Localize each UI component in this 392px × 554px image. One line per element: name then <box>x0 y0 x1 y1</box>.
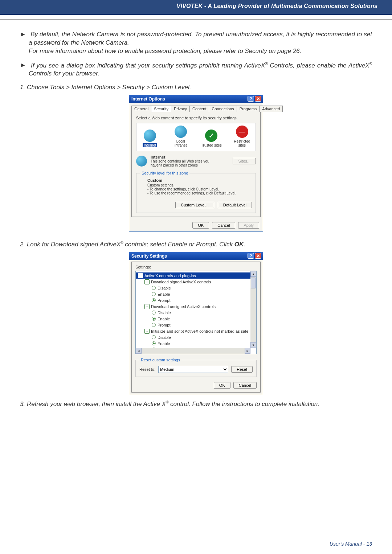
radio-icon <box>152 292 156 296</box>
tree-item-download-signed[interactable]: Download signed ActiveX controls <box>136 279 256 285</box>
radio-disable[interactable]: Disable <box>136 285 256 291</box>
zone-local-label: Local intranet <box>170 139 192 147</box>
tree-item-init-script[interactable]: Initialize and script ActiveX controls n… <box>136 328 256 334</box>
step-3: 3. Refresh your web browser, then instal… <box>20 400 372 408</box>
step-2: 2. Look for Download signed ActiveX® con… <box>20 241 372 248</box>
tree-label: Initialize and script ActiveX controls n… <box>151 329 248 333</box>
zone-trusted-sites[interactable]: Trusted sites <box>201 130 222 147</box>
note-1-line2: For more information about how to enable… <box>29 48 301 54</box>
tab-security[interactable]: Security <box>151 106 171 112</box>
default-level-button[interactable]: Default Level <box>218 202 252 208</box>
radio-icon <box>152 298 156 302</box>
radio-icon <box>152 317 156 321</box>
ok-button[interactable]: OK <box>192 222 209 229</box>
radio-icon <box>152 341 156 345</box>
settings-label: Settings: <box>135 265 257 269</box>
radio-label: Prompt <box>158 298 170 303</box>
ok-button[interactable]: OK <box>214 382 230 389</box>
scroll-thumb[interactable] <box>251 278 256 288</box>
arrow-icon: ► <box>20 61 29 70</box>
tab-content[interactable]: Content <box>189 106 209 112</box>
help-button[interactable]: ? <box>248 253 254 259</box>
dialog-title: Internet Options <box>131 97 165 102</box>
step-2-ok: OK <box>234 241 244 248</box>
gear-icon <box>144 279 150 284</box>
custom-level-button[interactable]: Custom Level... <box>175 202 214 208</box>
tree-label: ActiveX controls and plug-ins <box>144 274 196 278</box>
close-button[interactable]: ✕ <box>255 253 261 259</box>
help-button[interactable]: ? <box>248 96 254 102</box>
dialog-title: Security Settings <box>131 254 167 259</box>
settings-tree[interactable]: ActiveX controls and plug-ins Download s… <box>135 271 257 354</box>
tab-advanced[interactable]: Advanced <box>259 106 283 112</box>
internet-options-dialog: Internet Options ? ✕ General Security Pr… <box>129 95 263 232</box>
registered-mark: ® <box>265 62 268 66</box>
zone-restricted-sites[interactable]: Restricted sites <box>232 126 253 147</box>
radio-prompt[interactable]: Prompt <box>136 297 256 303</box>
security-level-group: Security level for this zone Custom Cust… <box>136 171 256 213</box>
step-2-d: . <box>244 241 245 248</box>
globe-icon <box>144 130 156 142</box>
apply-button[interactable]: Apply <box>238 222 259 229</box>
stop-icon <box>236 126 248 138</box>
page-footer: User's Manual - 13 <box>330 541 372 547</box>
tab-general[interactable]: General <box>131 106 151 112</box>
gear-icon <box>144 304 150 309</box>
tree-item-activex-root[interactable]: ActiveX controls and plug-ins <box>136 272 256 279</box>
radio-label: Enable <box>158 341 170 346</box>
zone-local-intranet[interactable]: Local intranet <box>170 126 192 147</box>
radio-disable[interactable]: Disable <box>136 309 256 316</box>
header-underline <box>0 14 392 15</box>
tab-connections[interactable]: Connections <box>209 106 237 112</box>
horizontal-scrollbar[interactable]: ◄ ► <box>136 348 250 354</box>
note-1-line1: By default, the Network Camera is not pa… <box>29 31 372 46</box>
tab-privacy[interactable]: Privacy <box>171 106 190 112</box>
radio-prompt[interactable]: Prompt <box>136 322 256 328</box>
tab-strip: General Security Privacy Content Connect… <box>131 105 261 112</box>
cancel-button[interactable]: Cancel <box>233 382 257 389</box>
dialog-footer: OK Cancel <box>135 382 257 389</box>
reset-group: Reset custom settings Reset to: Medium R… <box>135 358 257 377</box>
custom-sub0: Custom settings. <box>147 183 252 187</box>
arrow-icon: ► <box>20 30 29 39</box>
reset-to-select[interactable]: Medium <box>158 366 228 373</box>
cancel-button[interactable]: Cancel <box>212 222 235 229</box>
step-2-a: 2. Look for Download signed ActiveX <box>20 241 121 248</box>
radio-enable[interactable]: Enable <box>136 340 256 346</box>
gear-icon <box>144 329 150 334</box>
scroll-left-icon[interactable]: ◄ <box>136 348 142 354</box>
radio-label: Enable <box>158 292 170 296</box>
close-button[interactable]: ✕ <box>255 96 261 102</box>
zone-desc-line1: This zone contains all Web sites you <box>151 159 209 163</box>
tree-item-download-unsigned[interactable]: Download unsigned ActiveX controls <box>136 303 256 309</box>
registered-mark: ® <box>121 241 123 245</box>
page-number: User's Manual - 13 <box>330 541 372 547</box>
radio-icon <box>152 335 156 339</box>
radio-label: Disable <box>158 335 171 340</box>
note-2: ► If you see a dialog box indicating tha… <box>20 61 372 78</box>
page-header: VIVOTEK - A Leading Provider of Multimed… <box>0 0 392 14</box>
note-1: ► By default, the Network Camera is not … <box>20 30 372 56</box>
zone-internet[interactable]: Internet <box>139 130 161 147</box>
globe-icon <box>175 126 187 138</box>
radio-disable[interactable]: Disable <box>136 334 256 340</box>
scroll-down-icon[interactable]: ▼ <box>250 342 256 348</box>
globe-icon <box>136 156 147 167</box>
step-1: 1. Choose Tools > Internet Options > Sec… <box>20 84 372 91</box>
radio-enable[interactable]: Enable <box>136 291 256 297</box>
tab-programs[interactable]: Programs <box>237 106 260 112</box>
scroll-up-icon[interactable]: ▲ <box>250 271 256 277</box>
security-tab-panel: Select a Web content zone to specify its… <box>131 112 261 217</box>
reset-legend: Reset custom settings <box>139 358 181 362</box>
security-settings-dialog: Security Settings ? ✕ Settings: ActiveX … <box>129 252 263 395</box>
note-2-c: Controls for your browser. <box>29 70 99 77</box>
check-icon <box>205 130 217 142</box>
note-2-b: Controls, please enable the ActiveX <box>270 62 369 69</box>
scroll-right-icon[interactable]: ► <box>245 348 250 354</box>
zone-instruction: Select a Web content zone to specify its… <box>136 116 256 120</box>
sites-button[interactable]: Sites... <box>233 158 256 164</box>
radio-enable[interactable]: Enable <box>136 316 256 322</box>
reset-button[interactable]: Reset <box>231 366 253 373</box>
vertical-scrollbar[interactable]: ▲ ▼ <box>250 271 256 348</box>
zone-selector: Internet Local intranet Trusted sites <box>136 123 256 151</box>
